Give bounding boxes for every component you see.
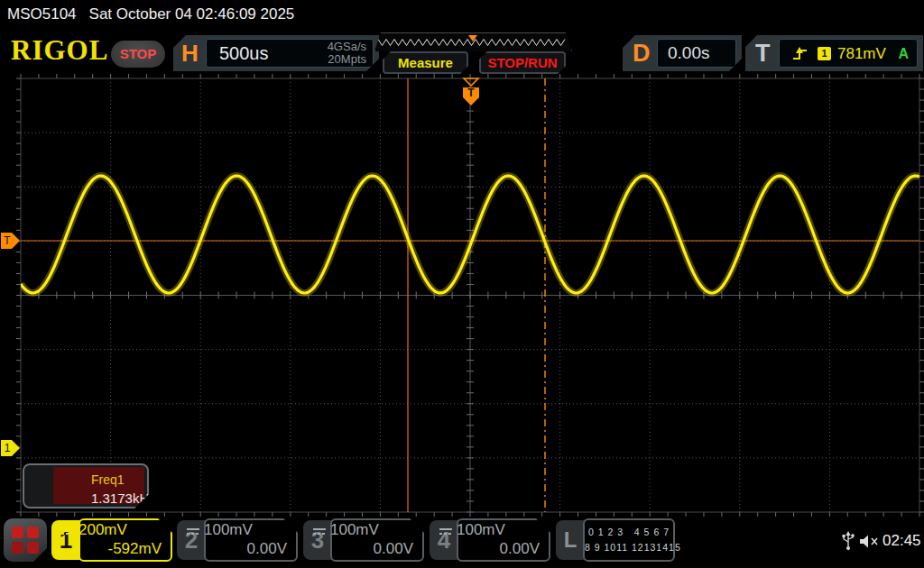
system-clock[interactable]: 02:45 [882,532,921,550]
trigger-position-marker[interactable]: T [463,78,479,105]
timebase-box[interactable]: 500us 4GSa/s 20Mpts [206,39,374,68]
trigger-level-value: 781mV [837,40,886,68]
trigger-label: T [755,35,771,71]
channel-2-scale: 100mV [204,521,253,539]
timebase-value: 500us [219,40,269,67]
logic-label: L [556,520,585,560]
channel-1-status[interactable]: 1 200mV -592mV [51,518,172,562]
ch1-ground-marker[interactable]: 1 [1,440,20,456]
trigger-box[interactable]: 1 781mV A [779,39,918,68]
acquisition-rates: 4GSa/s 20Mpts [328,41,366,66]
horizontal-label: H [181,35,205,71]
model-name: MSO5104 [7,5,77,23]
svg-text:T: T [467,87,475,99]
delay-label: D [633,35,651,71]
status-line: MSO5104Sat October 04 02:46:09 2025 [7,5,294,23]
channel-1-offset: -592mV [107,540,162,558]
menu-square [27,527,39,538]
channel-4-status[interactable]: 4 100mV 0.00V [430,518,550,562]
logic-channels-0-7: 0 1 2 3 4 5 6 7 [585,527,673,537]
delay-value: 0.00s [668,40,709,67]
graticule [16,74,924,517]
measurement-name: Freq1 [91,472,125,487]
logic-analyzer-status[interactable]: 0 1 2 3 4 5 6 7 8 9 1011 12131415 L [556,518,675,562]
svg-text:T: T [4,234,11,247]
menu-square [12,527,23,538]
waveform-overview [375,33,571,50]
dc-coupling-icon [185,527,201,536]
measure-button[interactable]: Measure [383,51,468,74]
menu-square [27,542,39,554]
waveform-overview-strip[interactable] [374,32,572,51]
channel-3-status[interactable]: 3 100mV 0.00V [303,518,424,562]
usb-icon [841,531,855,551]
trigger-settings[interactable]: T 1 781mV A [745,35,923,71]
trigger-level-marker[interactable]: T [1,233,20,249]
measurement-highlight: Freq1 1.3173kHz [53,467,144,504]
dc-coupling-icon [438,527,454,536]
delay-settings[interactable]: D 0.00s [623,35,742,71]
channel-1-scale: 200mV [79,521,127,539]
horizontal-settings[interactable]: H 500us 4GSa/s 20Mpts [173,35,379,71]
logic-channels-8-15: 8 9 1011 12131415 [585,542,673,553]
channel-3-offset: 0.00V [374,540,413,558]
rigol-logo: RIGOL [11,34,108,67]
channel-4-offset: 0.00V [500,540,540,558]
overview-zigzag [378,40,565,46]
svg-text:1: 1 [5,442,11,454]
menu-square [12,542,23,554]
channel-2-status[interactable]: 2 100mV 0.00V [177,518,298,562]
channel-4-scale: 100mV [457,521,505,539]
run-state-badge[interactable]: STOP [111,41,165,68]
speaker-muted-icon[interactable] [858,534,880,549]
dc-coupling-icon [311,527,328,536]
stop-run-button[interactable]: STOP/RUN [479,51,566,74]
measurement-item-freq1[interactable]: Freq1 1.3173kHz [23,463,149,508]
trigger-source-badge: 1 [818,47,831,60]
oscilloscope-screen: T1T MSO5104Sat October 04 02:46:09 2025 … [0,0,924,568]
datetime: Sat October 04 02:46:09 2025 [89,5,295,23]
logic-panel: 0 1 2 3 4 5 6 7 8 9 1011 12131415 [583,518,675,562]
channel-2-offset: 0.00V [247,540,287,558]
trigger-sweep-mode: A [898,40,909,68]
channel-3-scale: 100mV [330,521,379,539]
delay-box[interactable]: 0.00s [657,39,736,68]
dc-coupling-icon [60,527,76,536]
memory-depth: 20Mpts [328,53,366,66]
sample-rate: 4GSa/s [328,41,366,53]
rising-edge-icon [791,46,808,61]
